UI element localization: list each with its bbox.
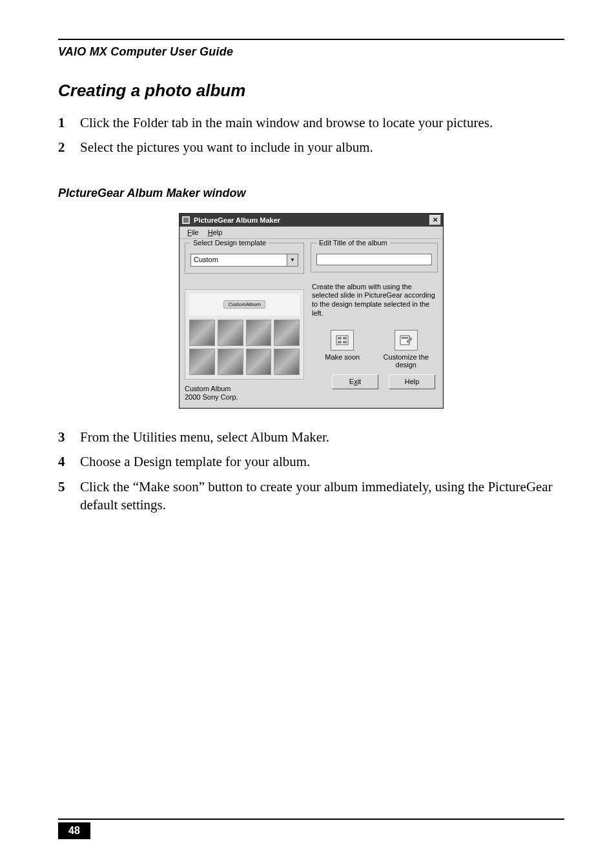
preview-pill: CustomAlbum	[223, 300, 265, 309]
titlebar: PictureGear Album Maker ✕	[180, 214, 443, 227]
make-soon-label: Make soon	[325, 353, 360, 361]
thumb	[189, 349, 215, 375]
menu-help[interactable]: Help	[204, 228, 227, 237]
svg-rect-1	[183, 218, 189, 223]
make-soon-icon	[331, 330, 354, 351]
app-icon	[181, 216, 190, 225]
make-soon-button[interactable]: Make soon	[314, 330, 370, 369]
step-number: 1	[58, 114, 80, 132]
help-button[interactable]: Help	[389, 374, 435, 389]
close-button[interactable]: ✕	[429, 215, 441, 225]
figure-caption: PIctureGear Album Maker window	[58, 187, 564, 200]
group-edit-title: Edit Title of the album	[311, 243, 438, 272]
step-number: 3	[58, 428, 80, 446]
thumb	[274, 320, 300, 346]
thumb	[218, 349, 243, 375]
step-text: From the Utilities menu, select Album Ma…	[80, 428, 564, 446]
customize-icon	[395, 330, 418, 351]
step-number: 4	[58, 453, 80, 471]
description-text: Create the album with using the selected…	[312, 283, 436, 318]
thumb	[246, 320, 272, 346]
customize-label: Customize the design	[378, 353, 434, 369]
svg-rect-8	[402, 337, 408, 339]
section-title: Creating a photo album	[58, 81, 564, 101]
svg-rect-5	[338, 341, 342, 343]
svg-rect-3	[338, 337, 342, 340]
svg-rect-4	[343, 337, 347, 340]
thumb	[274, 349, 300, 375]
group-label: Edit Title of the album	[316, 239, 390, 247]
picturegear-dialog: PictureGear Album Maker ✕ File Help Sele…	[179, 213, 444, 409]
menubar: File Help	[180, 227, 443, 239]
step-text: Click the “Make soon” button to create y…	[80, 478, 564, 514]
thumb	[189, 320, 215, 346]
svg-rect-6	[343, 341, 347, 343]
step-text: Click the Folder tab in the main window …	[80, 114, 564, 132]
template-preview: CustomAlbum	[185, 289, 304, 380]
step-text: Select the pictures you want to include …	[80, 138, 564, 156]
steps-bottom: 3 From the Utilities menu, select Album …	[58, 428, 564, 520]
exit-button[interactable]: Exit	[332, 374, 378, 389]
thumb	[246, 349, 272, 375]
step-number: 5	[58, 478, 80, 514]
step-number: 2	[58, 138, 80, 156]
chevron-down-icon[interactable]: ▼	[287, 254, 298, 266]
menu-file[interactable]: File	[183, 228, 203, 237]
customize-design-button[interactable]: Customize the design	[378, 330, 434, 369]
page-header: VAIO MX Computer User Guide	[58, 45, 564, 59]
template-meta: Custom Album 2000 Sony Corp.	[185, 385, 304, 402]
steps-top: 1 Click the Folder tab in the main windo…	[58, 114, 564, 163]
album-title-input[interactable]	[316, 254, 432, 265]
combo-value: Custom	[191, 254, 287, 266]
group-select-template: Select Design template Custom ▼	[185, 243, 304, 274]
group-label: Select Design template	[190, 239, 269, 247]
thumb	[218, 320, 243, 346]
template-combo[interactable]: Custom ▼	[190, 254, 298, 267]
step-text: Choose a Design template for your album.	[80, 453, 564, 471]
page-number: 48	[58, 822, 90, 839]
dialog-title: PictureGear Album Maker	[194, 216, 280, 224]
